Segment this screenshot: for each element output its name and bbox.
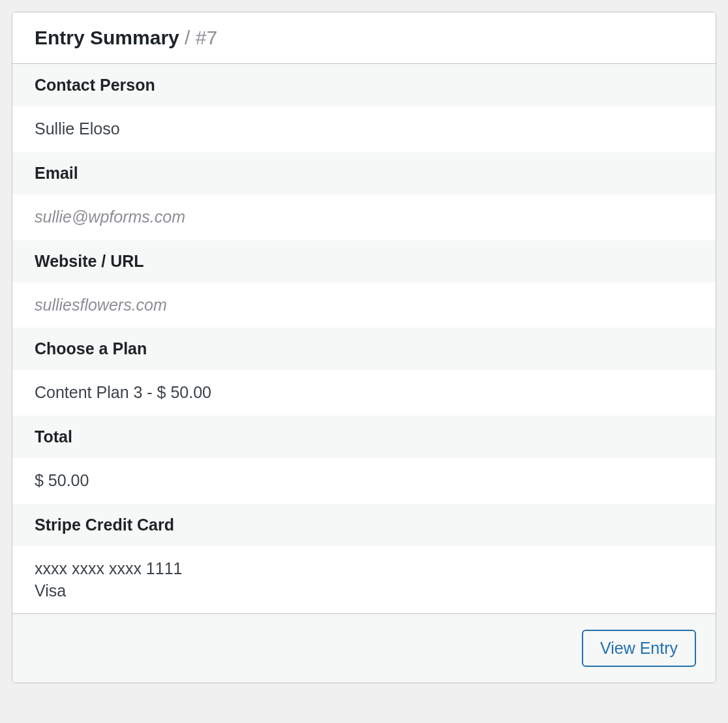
field-label: Stripe Credit Card bbox=[12, 504, 716, 546]
field-value: $ 50.00 bbox=[12, 458, 716, 504]
panel-entry-id: #7 bbox=[196, 27, 217, 48]
field-label: Contact Person bbox=[12, 64, 716, 106]
field-value: Content Plan 3 - $ 50.00 bbox=[12, 370, 716, 416]
field-value: sulliesflowers.com bbox=[12, 283, 716, 328]
field-value: Sullie Eloso bbox=[12, 106, 716, 152]
fields-container: Contact Person Sullie Eloso Email sullie… bbox=[12, 64, 716, 613]
field-label: Choose a Plan bbox=[12, 328, 716, 370]
field-value: sullie@wpforms.com bbox=[12, 194, 716, 240]
panel-title-separator: / bbox=[179, 27, 196, 48]
field-value: xxxx xxxx xxxx 1111Visa bbox=[12, 546, 716, 614]
panel-header: Entry Summary / #7 bbox=[12, 12, 716, 64]
entry-summary-panel: Entry Summary / #7 Contact Person Sullie… bbox=[12, 12, 716, 683]
field-label: Email bbox=[12, 152, 716, 194]
panel-footer: View Entry bbox=[12, 613, 716, 683]
field-label: Total bbox=[12, 416, 716, 458]
field-label: Website / URL bbox=[12, 240, 716, 283]
view-entry-button[interactable]: View Entry bbox=[582, 630, 696, 667]
panel-title: Entry Summary bbox=[35, 27, 179, 48]
